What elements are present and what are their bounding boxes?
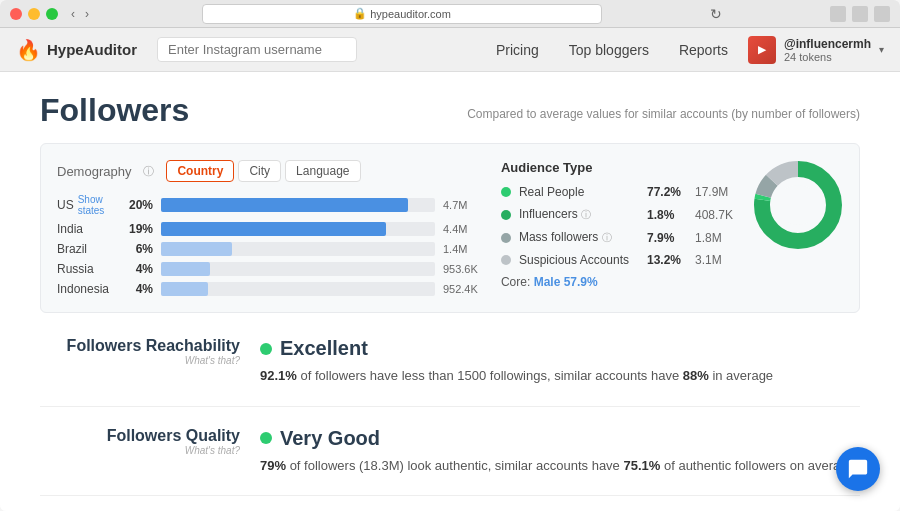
dropdown-arrow-icon[interactable]: ▾ xyxy=(879,44,884,55)
donut-chart xyxy=(753,160,843,250)
bar-container xyxy=(161,262,435,276)
browser-nav: 🔥 HypeAuditor Pricing Top bloggers Repor… xyxy=(0,28,900,72)
audience-count: 1.8M xyxy=(695,231,722,245)
flame-icon: 🔥 xyxy=(16,38,41,62)
user-info: @influencermh 24 tokens xyxy=(784,37,871,63)
country-val: 1.4M xyxy=(443,243,481,255)
user-tokens: 24 tokens xyxy=(784,51,871,63)
nav-arrows: ‹ › xyxy=(68,7,92,21)
country-val: 953.6K xyxy=(443,263,481,275)
back-button[interactable]: ‹ xyxy=(68,7,78,21)
page-title: Followers xyxy=(40,92,189,129)
country-name: US Show states xyxy=(57,194,117,216)
quality-desc: 79% of followers (18.3M) look authentic,… xyxy=(260,456,860,476)
audience-count: 17.9M xyxy=(695,185,728,199)
show-states-link[interactable]: Show states xyxy=(78,194,117,216)
audience-pct: 77.2% xyxy=(647,185,687,199)
audience-count: 408.7K xyxy=(695,208,733,222)
tab-country[interactable]: Country xyxy=(166,160,234,182)
tab-city[interactable]: City xyxy=(238,160,281,182)
app-window: ‹ › 🔒 hypeauditor.com ↻ 🔥 HypeAuditor Pr… xyxy=(0,0,900,511)
dot-real-people xyxy=(501,187,511,197)
reachability-title: Followers Reachability xyxy=(40,337,240,355)
audience-label: Influencers ⓘ xyxy=(519,207,639,222)
avatar: ▶ xyxy=(748,36,776,64)
audience-section: Audience Type Real People 77.2% 17.9M In… xyxy=(501,160,843,296)
country-name: India xyxy=(57,222,117,236)
nav-reports[interactable]: Reports xyxy=(679,42,728,58)
reload-button[interactable]: ↻ xyxy=(710,6,722,22)
dot-suspicious xyxy=(501,255,511,265)
quality-section: Followers Quality What's that? Very Good… xyxy=(40,427,860,497)
logo-text: HypeAuditor xyxy=(47,41,137,58)
whats-that-quality[interactable]: What's that? xyxy=(40,445,240,456)
demography-section: Demography ⓘ Country City Language US Sh… xyxy=(57,160,481,296)
minimize-button[interactable] xyxy=(28,8,40,20)
search-input[interactable] xyxy=(157,37,357,62)
ext-icon-1[interactable] xyxy=(830,6,846,22)
user-area: ▶ @influencermh 24 tokens ▾ xyxy=(748,36,884,64)
page-content: Followers Compared to average values for… xyxy=(0,72,900,511)
country-val: 952.4K xyxy=(443,283,481,295)
nav-pricing[interactable]: Pricing xyxy=(496,42,539,58)
user-name: @influencermh xyxy=(784,37,871,51)
close-button[interactable] xyxy=(10,8,22,20)
demography-label: Demography xyxy=(57,164,131,179)
info-icon: ⓘ xyxy=(143,164,154,179)
logo-area: 🔥 HypeAuditor xyxy=(16,38,137,62)
country-pct: 4% xyxy=(125,282,153,296)
ext-icon-2[interactable] xyxy=(852,6,868,22)
followers-card: Demography ⓘ Country City Language US Sh… xyxy=(40,143,860,313)
metric-value-col: Excellent 92.1% of followers have less t… xyxy=(260,337,860,386)
country-name: Brazil xyxy=(57,242,117,256)
country-pct: 4% xyxy=(125,262,153,276)
metric-label-col: Followers Quality What's that? xyxy=(40,427,260,456)
comparison-note: Compared to average values for similar a… xyxy=(467,107,860,121)
country-pct: 20% xyxy=(125,198,153,212)
country-pct: 19% xyxy=(125,222,153,236)
table-row: Indonesia 4% 952.4K xyxy=(57,282,481,296)
audience-pct: 13.2% xyxy=(647,253,687,267)
forward-button[interactable]: › xyxy=(82,7,92,21)
tab-language[interactable]: Language xyxy=(285,160,360,182)
country-rows: US Show states 20% 4.7M India 19% 4.4M xyxy=(57,194,481,296)
badge-dot-verygood xyxy=(260,432,272,444)
audience-row-influencers: Influencers ⓘ 1.8% 408.7K xyxy=(501,207,733,222)
extension-icons xyxy=(830,6,890,22)
audience-pct: 1.8% xyxy=(647,208,687,222)
maximize-button[interactable] xyxy=(46,8,58,20)
audience-row-mass-followers: Mass followers ⓘ 7.9% 1.8M xyxy=(501,230,733,245)
ext-icon-3[interactable] xyxy=(874,6,890,22)
audience-pct: 7.9% xyxy=(647,231,687,245)
bar-fill xyxy=(161,222,386,236)
address-bar[interactable]: 🔒 hypeauditor.com xyxy=(202,4,602,24)
bar-container xyxy=(161,242,435,256)
audience-label: Real People xyxy=(519,185,639,199)
url-text: hypeauditor.com xyxy=(370,8,451,20)
bar-container xyxy=(161,282,435,296)
country-name: Russia xyxy=(57,262,117,276)
bar-fill xyxy=(161,242,232,256)
audience-row-real-people: Real People 77.2% 17.9M xyxy=(501,185,733,199)
metric-value-col: Very Good 79% of followers (18.3M) look … xyxy=(260,427,860,476)
audience-label: Suspicious Accounts xyxy=(519,253,639,267)
nav-top-bloggers[interactable]: Top bloggers xyxy=(569,42,649,58)
metric-badge: Excellent xyxy=(260,337,860,360)
country-pct: 6% xyxy=(125,242,153,256)
badge-text-verygood: Very Good xyxy=(280,427,380,450)
tab-group: Country City Language xyxy=(166,160,360,182)
metric-label-col: Followers Reachability What's that? xyxy=(40,337,260,366)
table-row: Russia 4% 953.6K xyxy=(57,262,481,276)
chat-button[interactable] xyxy=(836,447,880,491)
country-val: 4.7M xyxy=(443,199,481,211)
bar-fill xyxy=(161,262,210,276)
table-row: Brazil 6% 1.4M xyxy=(57,242,481,256)
title-bar: ‹ › 🔒 hypeauditor.com ↻ xyxy=(0,0,900,28)
svg-point-4 xyxy=(778,185,818,225)
nav-links: Pricing Top bloggers Reports xyxy=(496,42,728,58)
quality-title: Followers Quality xyxy=(40,427,240,445)
whats-that-reachability[interactable]: What's that? xyxy=(40,355,240,366)
lock-icon: 🔒 xyxy=(353,7,367,20)
bar-fill xyxy=(161,198,408,212)
reachability-desc: 92.1% of followers have less than 1500 f… xyxy=(260,366,860,386)
